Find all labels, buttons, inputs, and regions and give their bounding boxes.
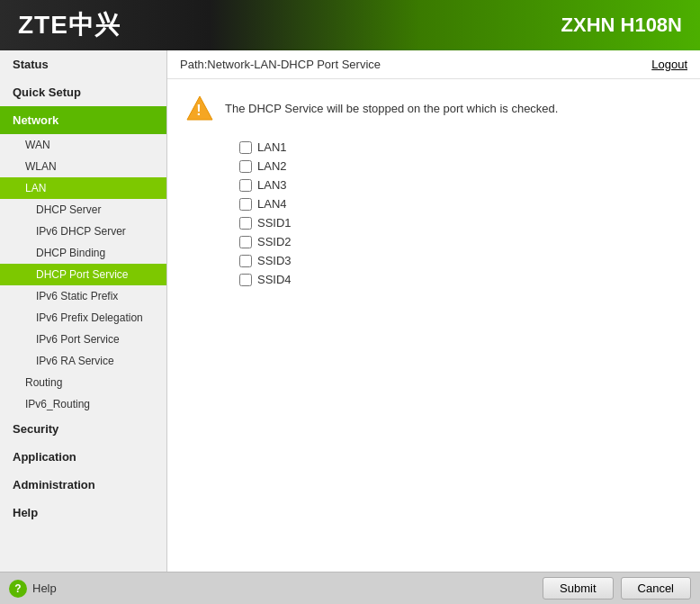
- warning-box: ! The DHCP Service will be stopped on th…: [185, 94, 682, 122]
- checkbox-lan3[interactable]: LAN3: [239, 178, 682, 192]
- checkbox-ssid4-input[interactable]: [239, 274, 252, 286]
- checkbox-ssid2[interactable]: SSID2: [239, 235, 682, 248]
- sidebar-item-ipv6-static-prefix[interactable]: IPv6 Static Prefix: [0, 285, 166, 307]
- sidebar-item-status[interactable]: Status: [0, 50, 166, 78]
- sidebar-item-ipv6-dhcp-server[interactable]: IPv6 DHCP Server: [0, 221, 166, 242]
- help-section: ? Help: [9, 580, 57, 598]
- sidebar-item-ipv6-prefix-delegation[interactable]: IPv6 Prefix Delegation: [0, 307, 166, 329]
- help-icon: ?: [9, 580, 27, 598]
- checkbox-group: LAN1 LAN2 LAN3 LAN4 SSID1: [239, 140, 682, 286]
- breadcrumb-bar: Path:Network-LAN-DHCP Port Service Logou…: [167, 50, 700, 79]
- logo: ZTE中兴: [18, 8, 121, 42]
- sidebar-item-dhcp-binding[interactable]: DHCP Binding: [0, 242, 166, 264]
- sidebar-item-administration[interactable]: Administration: [0, 471, 166, 499]
- breadcrumb: Path:Network-LAN-DHCP Port Service: [180, 58, 381, 71]
- checkbox-lan2-input[interactable]: [239, 160, 252, 173]
- warning-message: The DHCP Service will be stopped on the …: [225, 102, 558, 115]
- checkbox-lan1-input[interactable]: [239, 141, 252, 154]
- model-name: ZXHN H108N: [561, 14, 682, 37]
- footer-buttons: Submit Cancel: [543, 577, 691, 599]
- sidebar-item-ipv6-port-service[interactable]: IPv6 Port Service: [0, 329, 166, 350]
- checkbox-ssid3[interactable]: SSID3: [239, 254, 682, 267]
- logout-link[interactable]: Logout: [651, 58, 687, 71]
- cancel-button[interactable]: Cancel: [621, 577, 691, 599]
- checkbox-lan2[interactable]: LAN2: [239, 159, 682, 173]
- warning-icon: !: [185, 94, 214, 122]
- checkbox-ssid4[interactable]: SSID4: [239, 273, 682, 286]
- content-area: Path:Network-LAN-DHCP Port Service Logou…: [167, 50, 700, 572]
- checkbox-lan3-input[interactable]: [239, 179, 252, 192]
- sidebar-item-application[interactable]: Application: [0, 443, 166, 471]
- checkbox-ssid1[interactable]: SSID1: [239, 216, 682, 230]
- sidebar-item-network[interactable]: Network: [0, 106, 166, 134]
- sidebar-item-security[interactable]: Security: [0, 415, 166, 443]
- checkbox-lan4[interactable]: LAN4: [239, 197, 682, 211]
- header: ZTE中兴 ZXHN H108N: [0, 0, 700, 50]
- sidebar-item-dhcp-port-service[interactable]: DHCP Port Service: [0, 264, 166, 285]
- sidebar-item-help[interactable]: Help: [0, 499, 166, 527]
- help-label: Help: [32, 581, 57, 595]
- sidebar-item-ipv6-ra-service[interactable]: IPv6 RA Service: [0, 350, 166, 372]
- main-container: Status Quick Setup Network WAN WLAN LAN …: [0, 50, 700, 572]
- sidebar-item-lan[interactable]: LAN: [0, 177, 166, 199]
- svg-text:!: !: [196, 103, 201, 118]
- sidebar-item-quick-setup[interactable]: Quick Setup: [0, 78, 166, 106]
- sidebar-item-routing[interactable]: Routing: [0, 372, 166, 393]
- checkbox-lan1[interactable]: LAN1: [239, 140, 682, 154]
- sidebar-item-dhcp-server[interactable]: DHCP Server: [0, 199, 166, 221]
- sidebar-item-wlan[interactable]: WLAN: [0, 156, 166, 177]
- submit-button[interactable]: Submit: [543, 577, 613, 599]
- checkbox-ssid2-input[interactable]: [239, 236, 252, 248]
- content-body: ! The DHCP Service will be stopped on th…: [167, 79, 700, 572]
- sidebar: Status Quick Setup Network WAN WLAN LAN …: [0, 50, 167, 572]
- checkbox-ssid1-input[interactable]: [239, 217, 252, 230]
- sidebar-item-ipv6-routing[interactable]: IPv6_Routing: [0, 393, 166, 415]
- checkbox-lan4-input[interactable]: [239, 198, 252, 211]
- sidebar-item-wan[interactable]: WAN: [0, 134, 166, 156]
- footer: ? Help Submit Cancel: [0, 572, 700, 604]
- checkbox-ssid3-input[interactable]: [239, 255, 252, 267]
